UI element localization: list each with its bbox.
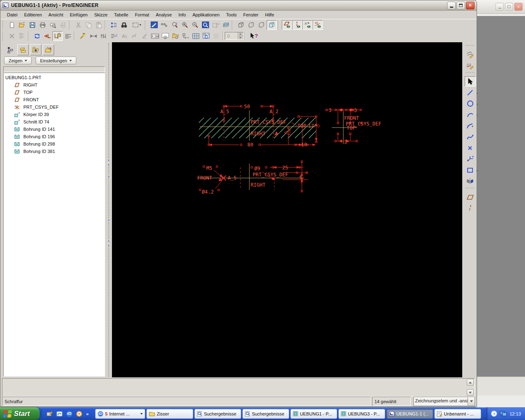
no-hidden-button[interactable] [256,20,267,30]
menu-einfuegen[interactable]: Einfügen [66,11,91,18]
task-uebung1[interactable]: UEBUNG1 - P... [290,409,337,419]
tree-item-bohrung-381[interactable]: Bohrung ID 381 [4,148,105,155]
expand-right-icon[interactable]: › [108,174,109,179]
update-sheet-button[interactable] [32,31,42,41]
bg-close-button[interactable]: × [514,3,523,11]
tree-item-top[interactable]: TOP [4,89,105,96]
scroll-down-button[interactable] [467,389,474,396]
datum-plane-tool-button[interactable] [465,192,476,202]
hatch-button[interactable] [63,31,73,41]
dim-50-label[interactable]: 50 [244,104,250,110]
shaded-button[interactable] [267,20,277,30]
csys-label[interactable]: PRT_CSYS_DEF [251,119,286,125]
hide-icons-chevron[interactable]: ‹ [491,411,497,417]
tab-favorites[interactable] [30,44,41,55]
dim-3-left-label[interactable]: 3 [329,107,331,113]
menu-applikationen[interactable]: Applikationen [189,11,223,18]
dia-9-label[interactable]: Ø9 [254,166,260,171]
model-tree[interactable]: UEBUNG1-1.PRT RIGHT TOP FRONT PRT_CSYS_D… [3,73,105,377]
wireframe-button[interactable] [236,20,246,30]
thread-m5-label[interactable]: M5 [206,165,212,171]
front-plane-label[interactable]: FRONT [197,175,212,181]
menu-editieren[interactable]: Editieren [21,11,45,18]
print-preview-button[interactable] [48,20,58,30]
task-uebung3[interactable]: UEBUNG3 - P... [338,409,385,419]
menu-info[interactable]: Info [175,11,189,18]
flyout-chevron-icon[interactable]: › [477,102,478,106]
rectangle-tool-button[interactable]: › [465,165,476,175]
tree-item-schnitt[interactable]: Schnitt ID 74 [4,118,105,126]
point-tool-button[interactable] [465,143,476,153]
datum-axis-tool-button[interactable] [465,203,476,213]
selection-filter-combobox[interactable]: Zeichnungselem und -ansic [413,397,475,406]
task-suchergebnisse-2[interactable]: Suchergebnisse [242,409,289,419]
minimize-button[interactable] [447,2,456,9]
spin-view-button[interactable] [169,20,180,30]
close-button[interactable]: × [466,2,475,9]
menu-format[interactable]: Format [132,11,153,18]
settings-dropdown-button[interactable]: Einstellungen [36,57,76,64]
datum-planes-toggle[interactable] [282,20,292,30]
tab-connections[interactable] [43,44,54,55]
paste-button[interactable] [94,20,104,30]
network-tray-icon[interactable] [500,411,507,417]
section-view[interactable]: 50 80 A_5 A_2 PRT_CSYS_DEF RIGHT TOP 17 … [199,104,320,148]
tab-model-tree[interactable] [5,44,16,55]
flyout-chevron-icon[interactable]: › [477,113,478,117]
arc-tool-button[interactable]: › [465,110,476,120]
constraints-button[interactable]: ⊥= [465,60,476,71]
scroll-up-button[interactable] [467,379,474,386]
collapse-left-icon[interactable]: ‹ [108,243,109,248]
menu-tabelle[interactable]: Tabelle [111,11,132,18]
internet-explorer-icon[interactable] [66,410,73,418]
axis-a5-label[interactable]: A_5 [220,109,229,114]
menu-tools[interactable]: Tools [223,11,240,18]
table-update-button[interactable] [201,31,211,41]
front-view[interactable]: 3 3 FRONT PRT_CSYS_DEF TOP 2 [326,107,381,145]
zoom-in-button[interactable] [180,20,190,30]
media-player-icon[interactable] [75,410,83,418]
front-plane-label[interactable]: FRONT [344,115,359,121]
tree-item-bohrung-196[interactable]: Bohrung ID 196 [4,133,105,140]
taskbar-clock[interactable]: 12:13 [509,411,521,416]
tree-item-bohrung-141[interactable]: Bohrung ID 141 [4,126,105,133]
find-button[interactable] [119,20,129,30]
table-button[interactable] [191,31,201,41]
mirror-tool-button[interactable] [465,176,476,186]
datum-axes-toggle[interactable] [292,20,302,30]
show-dropdown-button[interactable]: Zeigen [4,57,32,64]
spinner-down-button[interactable] [237,36,243,40]
dia-4-2-label[interactable]: Ø4.2 [202,189,214,195]
selection-filter-button[interactable]: ▾ [129,20,144,30]
save-button[interactable] [27,20,37,30]
open-file-button[interactable] [17,20,27,30]
tree-item-bohrung-298[interactable]: Bohrung ID 298 [4,140,105,148]
dim-17-label[interactable]: 17 [308,123,314,129]
message-scrollbar[interactable] [467,379,474,396]
saved-views-button[interactable]: AB [210,20,221,30]
quick-launch-overflow[interactable]: » [86,411,89,416]
start-button[interactable]: Start [0,407,40,420]
print-button[interactable] [37,20,48,30]
fillet-tool-button[interactable] [465,121,476,131]
lock-view-button[interactable] [52,31,63,41]
cleanup-dims-button[interactable] [78,31,88,41]
insert-indicator-button[interactable] [42,31,52,41]
explorer-icon[interactable] [56,410,63,418]
right-plane-label[interactable]: RIGHT [251,182,265,188]
bg-restore-button[interactable] [505,3,513,11]
layers-button[interactable] [221,20,231,30]
top-plane-label[interactable]: TOP [347,125,356,131]
drawing-canvas[interactable]: 50 80 A_5 A_2 PRT_CSYS_DEF RIGHT TOP 17 … [112,42,462,377]
spinner-up-button[interactable] [237,32,243,36]
line-tool-button[interactable]: › [465,87,476,98]
slant-dim-button[interactable] [139,31,150,41]
menu-fenster[interactable]: Fenster [240,11,262,18]
dim-10-label[interactable]: 10 [301,142,307,148]
tab-folder-browser[interactable] [17,44,29,55]
menu-datei[interactable]: Datei [4,11,21,18]
collapse-left-icon[interactable]: ‹ [108,158,109,162]
flyout-chevron-icon[interactable]: › [477,169,478,173]
text-style-button[interactable]: A [119,31,129,41]
collapse-left-icon[interactable]: ‹ [108,162,109,167]
